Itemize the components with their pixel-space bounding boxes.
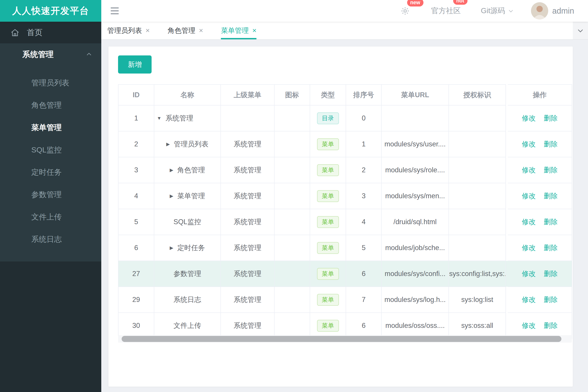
menu-name-label: 角色管理 (177, 166, 205, 175)
cell-auth: sys:log:list (449, 287, 506, 313)
edit-link[interactable]: 修改 (522, 322, 536, 330)
tab-bar: 管理员列表 × 角色管理 × 菜单管理 × (101, 22, 588, 40)
sidebar-item-link[interactable]: 角色管理 (0, 94, 101, 116)
new-badge: new (407, 0, 423, 6)
delete-link[interactable]: 删除 (544, 296, 557, 304)
cell-icon (274, 105, 310, 131)
cell-url: modules/sys/user.... (381, 131, 449, 157)
cell-icon (274, 287, 310, 313)
cell-icon (274, 209, 310, 235)
community-link[interactable]: 官方社区 hot (431, 6, 461, 16)
cell-sort: 2 (346, 157, 381, 183)
cell-actions: 修改删除 (508, 183, 572, 209)
cell-id: 2 (118, 131, 154, 157)
tree-collapse-icon[interactable]: ▼ (157, 116, 162, 121)
hot-badge: hot (453, 0, 467, 5)
sidebar-item-link[interactable]: 系统日志 (0, 228, 101, 250)
horizontal-scrollbar-track[interactable] (118, 335, 572, 342)
cell-sort: 1 (346, 131, 381, 157)
column-header: ID (118, 84, 154, 105)
type-badge: 菜单 (317, 138, 339, 150)
column-header: 上级菜单 (221, 84, 274, 105)
menu-table-wrap: ID名称上级菜单图标类型排序号菜单URL授权标识操作1▼系统管理目录0修改删除2… (118, 84, 572, 339)
delete-link[interactable]: 删除 (544, 322, 557, 330)
cell-sort: 6 (346, 313, 381, 338)
cell-url: modules/sys/men... (381, 183, 449, 209)
cell-auth (449, 105, 506, 131)
sidebar-submenu: 管理员列表角色管理菜单管理SQL监控定时任务参数管理文件上传系统日志 (0, 65, 101, 250)
column-header: 名称 (154, 84, 221, 105)
tree-expand-icon[interactable]: ▶ (170, 245, 173, 250)
cell-sort: 5 (346, 235, 381, 261)
cell-type: 目录 (310, 105, 346, 131)
settings-button[interactable]: new (400, 6, 410, 16)
fixed-column-gap (506, 209, 508, 235)
tab-close-icon[interactable]: × (199, 26, 203, 35)
tree-expand-icon[interactable]: ▶ (170, 193, 173, 199)
delete-link[interactable]: 删除 (544, 192, 557, 200)
cell-icon (274, 183, 310, 209)
sidebar-toggle-icon[interactable] (111, 6, 119, 16)
cell-sort: 4 (346, 209, 381, 235)
user-avatar[interactable] (531, 2, 548, 20)
delete-link[interactable]: 删除 (544, 244, 557, 252)
gear-icon[interactable] (400, 6, 410, 16)
table-row: 30文件上传系统管理菜单6modules/oss/oss....sys:oss:… (118, 313, 572, 338)
tab[interactable]: 管理员列表 × (107, 22, 150, 39)
tab[interactable]: 角色管理 × (168, 22, 203, 39)
edit-link[interactable]: 修改 (522, 114, 536, 122)
sidebar-group-header[interactable]: 系统管理 (0, 43, 101, 65)
column-header: 排序号 (346, 84, 381, 105)
sidebar-item-link[interactable]: 参数管理 (0, 183, 101, 206)
git-source-link[interactable]: Git源码 (481, 6, 514, 16)
table-row: 4▶菜单管理系统管理菜单3modules/sys/men...修改删除 (118, 183, 572, 209)
tab-label[interactable]: 菜单管理 (221, 26, 249, 35)
add-button[interactable]: 新增 (118, 56, 152, 74)
cell-auth (449, 131, 506, 157)
cell-type: 菜单 (310, 131, 346, 157)
edit-link[interactable]: 修改 (522, 140, 536, 148)
edit-link[interactable]: 修改 (522, 296, 536, 304)
delete-link[interactable]: 删除 (544, 218, 557, 226)
sidebar-item-link[interactable]: 文件上传 (0, 206, 101, 228)
sidebar-item-home[interactable]: 首页 (0, 22, 101, 43)
cell-url: modules/sys/role.... (381, 157, 449, 183)
cell-auth: sys:oss:all (449, 313, 506, 338)
sidebar-item-link[interactable]: SQL监控 (0, 138, 101, 161)
tree-expand-icon[interactable]: ▶ (166, 142, 170, 147)
cell-actions: 修改删除 (508, 157, 572, 183)
tab-list: 管理员列表 × 角色管理 × 菜单管理 × (107, 22, 274, 39)
delete-link[interactable]: 删除 (544, 166, 557, 174)
fixed-column-gap (506, 287, 508, 313)
tab-overflow-button[interactable] (573, 22, 588, 39)
delete-link[interactable]: 删除 (544, 140, 557, 148)
edit-link[interactable]: 修改 (522, 166, 536, 174)
tab-label[interactable]: 管理员列表 (107, 26, 142, 35)
tab-close-icon[interactable]: × (252, 26, 256, 35)
sidebar-item-link[interactable]: 管理员列表 (0, 72, 101, 94)
cell-name: ▶角色管理 (154, 157, 221, 183)
tab-label[interactable]: 角色管理 (168, 26, 195, 35)
user-name[interactable]: admin (552, 6, 574, 16)
edit-link[interactable]: 修改 (522, 270, 536, 278)
column-header: 授权标识 (449, 84, 506, 105)
cell-parent: 系统管理 (221, 313, 274, 338)
sidebar-item-active[interactable]: 菜单管理 (0, 116, 101, 138)
sidebar-item-link[interactable]: 定时任务 (0, 161, 101, 183)
cell-actions: 修改删除 (508, 261, 572, 287)
menu-panel: 新增 ID名称上级菜单图标类型排序号菜单URL授权标识操作1▼系统管理目录0修改… (109, 46, 573, 387)
edit-link[interactable]: 修改 (522, 218, 536, 226)
tab-close-icon[interactable]: × (146, 26, 150, 35)
sidebar: 首页 系统管理 管理员列表角色管理菜单管理SQL监控定时任务参数管理文件上传系统… (0, 22, 101, 392)
horizontal-scrollbar-thumb[interactable] (122, 336, 561, 342)
edit-link[interactable]: 修改 (522, 192, 536, 200)
fixed-column-gap (506, 105, 508, 131)
cell-name: 系统日志 (154, 287, 221, 313)
delete-link[interactable]: 删除 (544, 270, 557, 278)
delete-link[interactable]: 删除 (544, 114, 557, 122)
edit-link[interactable]: 修改 (522, 244, 536, 252)
tab[interactable]: 菜单管理 × (221, 22, 256, 39)
chevron-up-icon (86, 51, 92, 58)
cell-id: 5 (118, 209, 154, 235)
tree-expand-icon[interactable]: ▶ (170, 168, 173, 173)
